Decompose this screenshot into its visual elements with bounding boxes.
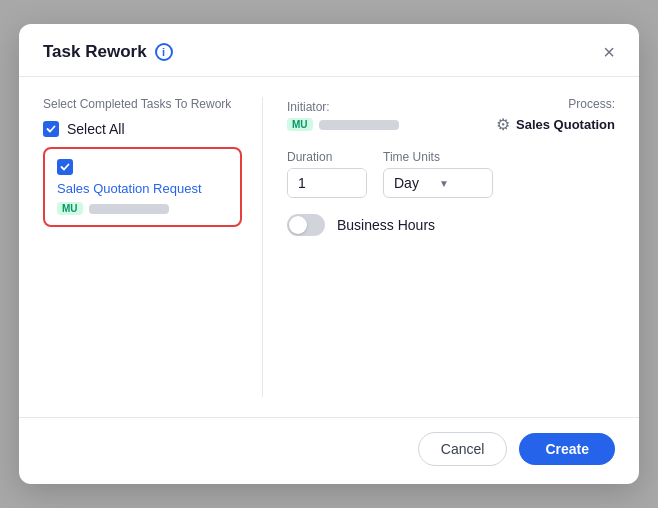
initiator-badge: MU [287,118,313,131]
task-checkbox[interactable] [57,159,73,175]
process-name: Sales Quotation [516,117,615,132]
initiator-left: Initiator: MU [287,100,399,131]
chevron-down-icon: ▼ [439,178,449,189]
business-hours-toggle[interactable] [287,214,325,236]
duration-row: Duration ▲ ▼ Time Units Day [287,150,615,198]
modal-title: Task Rework [43,42,147,62]
initiator-name-blurred [319,120,399,130]
select-all-row: Select All [43,121,242,137]
time-units-label: Time Units [383,150,493,164]
modal-overlay: Task Rework i × Select Completed Tasks T… [0,0,658,508]
initiator-row: Initiator: MU Process: ⚙ Sales Quotation [287,97,615,134]
info-icon[interactable]: i [155,43,173,61]
duration-input-wrap: ▲ ▼ [287,168,367,198]
toggle-knob [289,216,307,234]
modal-footer: Cancel Create [19,417,639,484]
select-all-checkbox[interactable] [43,121,59,137]
business-hours-row: Business Hours [287,214,615,236]
process-value: ⚙ Sales Quotation [496,115,615,134]
time-units-value: Day [394,175,419,191]
modal-header: Task Rework i × [19,24,639,77]
process-settings-icon: ⚙ [496,115,510,134]
duration-label: Duration [287,150,367,164]
initiator-label: Initiator: [287,100,399,114]
cancel-button[interactable]: Cancel [418,432,508,466]
task-user-name-blurred [89,204,169,214]
process-label: Process: [568,97,615,111]
task-card: Sales Quotation Request MU [43,147,242,227]
section-label: Select Completed Tasks To Rework [43,97,242,111]
create-button[interactable]: Create [519,433,615,465]
time-units-select[interactable]: Day ▼ [383,168,493,198]
task-checkbox-row [57,159,228,175]
duration-input[interactable] [288,169,367,197]
close-button[interactable]: × [603,42,615,62]
task-user-row: MU [57,202,228,215]
time-units-group: Time Units Day ▼ [383,150,493,198]
task-name: Sales Quotation Request [57,181,228,196]
duration-group: Duration ▲ ▼ [287,150,367,198]
business-hours-label: Business Hours [337,217,435,233]
task-user-badge: MU [57,202,83,215]
process-right: Process: ⚙ Sales Quotation [496,97,615,134]
initiator-value: MU [287,118,399,131]
modal-body: Select Completed Tasks To Rework Select … [19,77,639,417]
select-all-label: Select All [67,121,125,137]
right-panel: Initiator: MU Process: ⚙ Sales Quotation [263,97,615,397]
left-panel: Select Completed Tasks To Rework Select … [43,97,263,397]
modal-dialog: Task Rework i × Select Completed Tasks T… [19,24,639,484]
